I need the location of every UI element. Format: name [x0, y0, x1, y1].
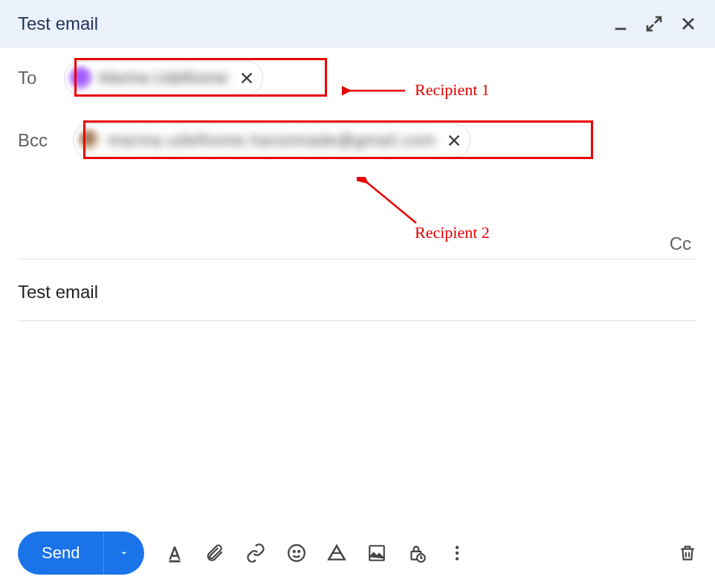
compose-header: Test email	[0, 0, 715, 48]
minimize-icon[interactable]	[612, 16, 629, 32]
compose-header-actions	[612, 15, 697, 33]
svg-point-11	[456, 552, 459, 555]
emoji-icon[interactable]	[287, 543, 306, 563]
image-icon[interactable]	[367, 543, 386, 563]
to-row: To Marina Udelhome	[18, 48, 697, 103]
bcc-row: Bcc marina.udelhome.hansimade@gmail.com	[18, 103, 697, 165]
send-button[interactable]: Send	[18, 532, 104, 575]
bcc-label: Bcc	[18, 130, 59, 151]
link-icon[interactable]	[245, 543, 266, 563]
attach-icon[interactable]	[205, 543, 224, 563]
compose-toolbar: Send	[18, 532, 697, 575]
to-recipient-chip[interactable]: Marina Udelhome	[64, 61, 263, 95]
drive-icon[interactable]	[327, 543, 346, 563]
svg-rect-3	[169, 560, 181, 563]
avatar	[69, 66, 93, 90]
svg-point-6	[299, 551, 300, 552]
svg-point-12	[456, 557, 459, 560]
to-label: To	[18, 68, 51, 88]
remove-recipient-icon[interactable]	[239, 70, 255, 86]
cc-label: Cc	[670, 233, 691, 253]
subject-input[interactable]	[18, 282, 697, 303]
subject-row	[18, 262, 697, 321]
remove-recipient-icon[interactable]	[446, 132, 462, 149]
svg-point-4	[289, 545, 305, 561]
svg-point-5	[294, 551, 295, 552]
svg-rect-0	[615, 28, 627, 30]
formatting-icon[interactable]	[165, 543, 184, 563]
close-icon[interactable]	[679, 15, 697, 33]
recipient-name: Marina Udelhome	[99, 68, 228, 88]
bcc-recipient-chip[interactable]: marina.udelhome.hansimade@gmail.com	[73, 123, 470, 158]
more-options-icon[interactable]	[447, 543, 467, 563]
compose-title: Test email	[18, 13, 98, 34]
discard-icon[interactable]	[678, 543, 697, 563]
expand-icon[interactable]	[645, 15, 663, 33]
avatar	[78, 129, 102, 152]
send-options-dropdown[interactable]	[104, 532, 144, 575]
cc-button[interactable]: Cc	[18, 224, 697, 259]
recipient-name: marina.udelhome.hansimade@gmail.com	[108, 131, 436, 150]
confidential-icon[interactable]	[407, 543, 427, 563]
compose-body: To Marina Udelhome Bcc marina.udelhome.h…	[0, 48, 715, 321]
svg-point-10	[456, 546, 459, 549]
send-button-group: Send	[18, 532, 144, 575]
